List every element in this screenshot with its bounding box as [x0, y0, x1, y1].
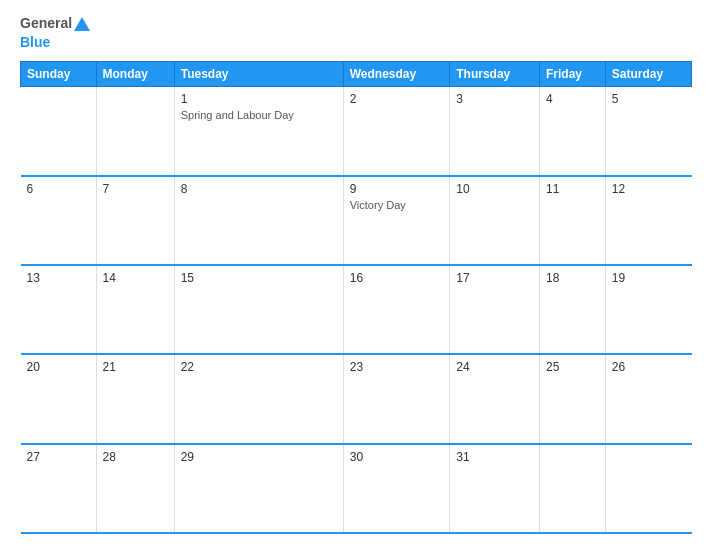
calendar-cell — [21, 86, 97, 175]
calendar-cell: 25 — [540, 354, 606, 443]
calendar-body: 1Spring and Labour Day23456789Victory Da… — [21, 86, 692, 533]
calendar-cell: 1Spring and Labour Day — [174, 86, 343, 175]
calendar-cell: 31 — [450, 444, 540, 533]
calendar-cell: 9Victory Day — [343, 176, 450, 265]
day-number: 11 — [546, 182, 599, 196]
day-number: 16 — [350, 271, 444, 285]
calendar-cell: 22 — [174, 354, 343, 443]
calendar-cell: 29 — [174, 444, 343, 533]
day-number: 23 — [350, 360, 444, 374]
day-of-week-header: Monday — [96, 61, 174, 86]
calendar-week-row: 13141516171819 — [21, 265, 692, 354]
day-number: 27 — [27, 450, 90, 464]
day-number: 13 — [27, 271, 90, 285]
day-number: 26 — [612, 360, 686, 374]
calendar-cell: 2 — [343, 86, 450, 175]
day-of-week-header: Tuesday — [174, 61, 343, 86]
day-of-week-header: Thursday — [450, 61, 540, 86]
day-number: 30 — [350, 450, 444, 464]
day-number: 24 — [456, 360, 533, 374]
day-number: 22 — [181, 360, 337, 374]
day-number: 12 — [612, 182, 686, 196]
calendar-cell: 24 — [450, 354, 540, 443]
day-number: 2 — [350, 92, 444, 106]
calendar-cell: 27 — [21, 444, 97, 533]
calendar-week-row: 20212223242526 — [21, 354, 692, 443]
calendar-cell: 21 — [96, 354, 174, 443]
calendar-cell: 15 — [174, 265, 343, 354]
calendar-cell: 18 — [540, 265, 606, 354]
day-number: 19 — [612, 271, 686, 285]
logo-text-general: General — [20, 16, 72, 31]
calendar-cell: 3 — [450, 86, 540, 175]
calendar-cell: 7 — [96, 176, 174, 265]
calendar-cell: 10 — [450, 176, 540, 265]
day-number: 1 — [181, 92, 337, 106]
day-number: 20 — [27, 360, 90, 374]
calendar-cell: 4 — [540, 86, 606, 175]
calendar-week-row: 1Spring and Labour Day2345 — [21, 86, 692, 175]
day-number: 14 — [103, 271, 168, 285]
logo-triangle-icon — [74, 17, 90, 31]
calendar-table: SundayMondayTuesdayWednesdayThursdayFrid… — [20, 61, 692, 534]
calendar-cell — [605, 444, 691, 533]
calendar-cell: 12 — [605, 176, 691, 265]
day-number: 25 — [546, 360, 599, 374]
calendar-cell: 5 — [605, 86, 691, 175]
day-number: 3 — [456, 92, 533, 106]
day-number: 28 — [103, 450, 168, 464]
calendar-cell: 8 — [174, 176, 343, 265]
calendar-week-row: 2728293031 — [21, 444, 692, 533]
calendar-cell: 26 — [605, 354, 691, 443]
calendar-week-row: 6789Victory Day101112 — [21, 176, 692, 265]
calendar-cell: 14 — [96, 265, 174, 354]
calendar-cell: 16 — [343, 265, 450, 354]
calendar-cell — [96, 86, 174, 175]
day-number: 17 — [456, 271, 533, 285]
day-of-week-header: Wednesday — [343, 61, 450, 86]
day-number: 10 — [456, 182, 533, 196]
holiday-label: Victory Day — [350, 198, 444, 212]
calendar-cell: 19 — [605, 265, 691, 354]
calendar-cell: 17 — [450, 265, 540, 354]
day-number: 21 — [103, 360, 168, 374]
day-number: 5 — [612, 92, 686, 106]
day-of-week-header: Friday — [540, 61, 606, 86]
day-of-week-header: Sunday — [21, 61, 97, 86]
day-number: 4 — [546, 92, 599, 106]
day-number: 18 — [546, 271, 599, 285]
day-number: 6 — [27, 182, 90, 196]
holiday-label: Spring and Labour Day — [181, 108, 337, 122]
day-number: 15 — [181, 271, 337, 285]
day-number: 7 — [103, 182, 168, 196]
day-number: 29 — [181, 450, 337, 464]
calendar-cell: 11 — [540, 176, 606, 265]
calendar-cell: 13 — [21, 265, 97, 354]
calendar-cell: 20 — [21, 354, 97, 443]
calendar-cell: 6 — [21, 176, 97, 265]
day-number: 8 — [181, 182, 337, 196]
calendar-header: GeneralBlue — [20, 16, 692, 51]
logo: GeneralBlue — [20, 16, 90, 51]
calendar-cell: 30 — [343, 444, 450, 533]
logo-text-blue: Blue — [20, 35, 50, 50]
calendar-cell: 23 — [343, 354, 450, 443]
calendar-cell — [540, 444, 606, 533]
day-number: 31 — [456, 450, 533, 464]
day-number: 9 — [350, 182, 444, 196]
day-of-week-header: Saturday — [605, 61, 691, 86]
calendar-header-row: SundayMondayTuesdayWednesdayThursdayFrid… — [21, 61, 692, 86]
calendar-cell: 28 — [96, 444, 174, 533]
